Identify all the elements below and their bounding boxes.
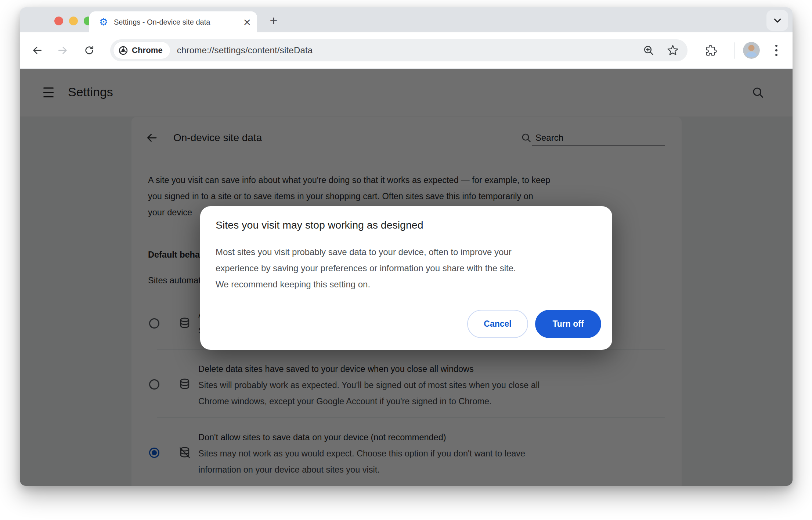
reload-button[interactable] xyxy=(80,32,98,68)
active-tab[interactable]: ⚙ Settings - On-device site data × xyxy=(89,11,257,32)
tab-search-button[interactable] xyxy=(766,10,788,31)
forward-button xyxy=(54,32,72,68)
tab-title: Settings - On-device site data xyxy=(114,18,210,26)
turn-off-button[interactable]: Turn off xyxy=(535,310,601,338)
browser-window: ⚙ Settings - On-device site data × + xyxy=(20,7,793,486)
back-arrow-icon xyxy=(31,44,43,56)
profile-avatar[interactable] xyxy=(743,42,760,59)
url-text[interactable]: chrome://settings/content/siteData xyxy=(177,45,313,55)
site-chip-label: Chrome xyxy=(132,46,163,55)
tab-close-icon[interactable]: × xyxy=(243,17,251,27)
forward-arrow-icon xyxy=(57,44,69,56)
back-button[interactable] xyxy=(28,32,46,68)
new-tab-button[interactable]: + xyxy=(264,12,283,30)
browser-toolbar: Chrome chrome://settings/content/siteDat… xyxy=(20,32,793,69)
browser-menu-button[interactable] xyxy=(771,32,782,68)
dialog-title: Sites you visit may stop working as desi… xyxy=(216,219,423,231)
reload-icon xyxy=(84,45,95,56)
chrome-logo-icon xyxy=(118,46,128,55)
window-close-button[interactable] xyxy=(54,17,63,25)
window-minimize-button[interactable] xyxy=(69,17,78,25)
extensions-puzzle-icon xyxy=(705,45,717,56)
bookmark-star-icon[interactable] xyxy=(667,44,679,56)
settings-gear-favicon-icon: ⚙ xyxy=(98,17,109,28)
site-info-chip[interactable]: Chrome xyxy=(113,42,170,59)
toolbar-separator xyxy=(735,42,735,59)
chevron-down-icon xyxy=(773,18,782,23)
address-bar[interactable]: Chrome chrome://settings/content/siteDat… xyxy=(110,39,688,61)
zoom-icon[interactable] xyxy=(643,44,654,56)
extensions-button[interactable] xyxy=(702,32,720,68)
confirmation-dialog: Sites you visit may stop working as desi… xyxy=(200,206,612,350)
tab-strip: ⚙ Settings - On-device site data × + xyxy=(20,7,793,32)
dialog-body: Most sites you visit probably save data … xyxy=(216,244,516,293)
cancel-button[interactable]: Cancel xyxy=(467,310,528,338)
